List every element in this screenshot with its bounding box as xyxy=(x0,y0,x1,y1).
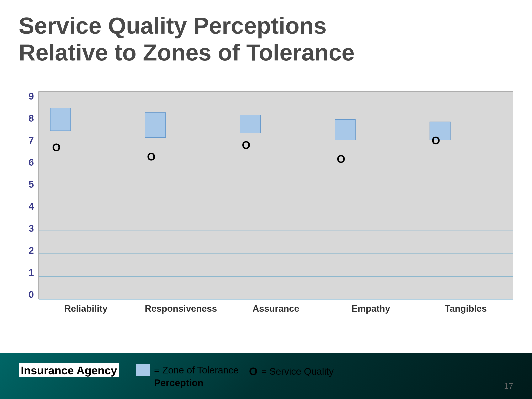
x-label-reliability: Reliability xyxy=(38,304,133,314)
grid-line-0 xyxy=(39,299,513,300)
x-label-assurance: Assurance xyxy=(228,304,323,314)
zone-bar-responsiveness xyxy=(145,112,166,138)
grid-line-8 xyxy=(39,115,513,115)
chart-container: 9 8 7 6 5 4 3 2 1 0 OOOOO Reliability Re… xyxy=(19,91,513,330)
y-label-1: 1 xyxy=(28,268,34,277)
grid-line-9 xyxy=(39,92,513,92)
title-line2: Relative to Zones of Tolerance xyxy=(19,39,355,65)
grid-line-4 xyxy=(39,207,513,207)
grid-line-2 xyxy=(39,253,513,253)
y-label-5: 5 xyxy=(28,180,34,189)
footer-content: Insurance Agency = Zone of Tolerance Per… xyxy=(0,360,532,393)
y-label-3: 3 xyxy=(28,224,34,233)
legend-zone-perception-text: Perception xyxy=(154,377,203,388)
x-axis: Reliability Responsiveness Assurance Emp… xyxy=(38,304,513,314)
perception-marker-responsiveness: O xyxy=(147,151,155,163)
legend-zone-text: = Zone of Tolerance xyxy=(154,365,239,376)
legend-zone: = Zone of Tolerance Perception xyxy=(136,364,239,388)
grid-line-6 xyxy=(39,161,513,161)
main-title: Service Quality Perceptions Relative to … xyxy=(19,13,513,66)
slide: Service Quality Perceptions Relative to … xyxy=(0,0,532,399)
zone-bar-reliability xyxy=(50,108,71,131)
page-number: 17 xyxy=(504,381,513,391)
y-label-4: 4 xyxy=(28,202,34,211)
perception-marker-assurance: O xyxy=(242,139,250,151)
y-label-7: 7 xyxy=(28,135,34,145)
y-label-6: 6 xyxy=(28,158,34,167)
zone-bar-empathy xyxy=(335,119,355,140)
grid-line-1 xyxy=(39,276,513,277)
legend-quality: O = Service Quality xyxy=(249,365,334,378)
zone-bar-assurance xyxy=(240,115,261,133)
grid-line-3 xyxy=(39,230,513,230)
y-axis: 9 8 7 6 5 4 3 2 1 0 xyxy=(19,91,36,299)
x-label-responsiveness: Responsiveness xyxy=(133,304,228,314)
y-label-0: 0 xyxy=(28,290,34,299)
grid-line-5 xyxy=(39,184,513,184)
y-label-8: 8 xyxy=(28,114,34,123)
y-label-2: 2 xyxy=(28,246,34,255)
x-label-empathy: Empathy xyxy=(323,304,418,314)
y-label-9: 9 xyxy=(28,91,34,101)
agency-label: Insurance Agency xyxy=(19,364,119,377)
chart-plot: OOOOO xyxy=(38,91,513,299)
perception-marker-reliability: O xyxy=(52,141,60,154)
perception-marker-tangibles: O xyxy=(432,134,440,147)
x-label-tangibles: Tangibles xyxy=(418,304,513,314)
perception-marker-empathy: O xyxy=(337,153,345,165)
title-area: Service Quality Perceptions Relative to … xyxy=(19,13,513,66)
legend-container: = Zone of Tolerance Perception O = Servi… xyxy=(136,364,334,388)
legend-o-marker: O xyxy=(249,365,257,378)
footer-area: Insurance Agency = Zone of Tolerance Per… xyxy=(0,353,532,399)
legend-zone-box xyxy=(136,364,150,376)
title-line1: Service Quality Perceptions xyxy=(19,13,327,39)
legend-quality-text: = Service Quality xyxy=(261,366,334,377)
